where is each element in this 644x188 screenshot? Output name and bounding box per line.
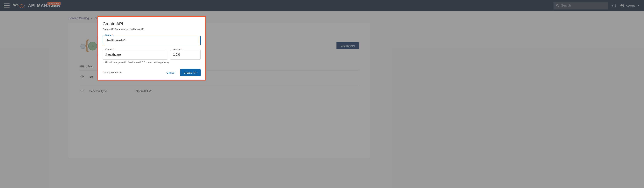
name-input[interactable] [103, 36, 201, 45]
context-label: Context* [104, 48, 115, 51]
mandatory-note: *Mandatory fields [103, 71, 122, 74]
create-api-modal: Create API Create API from service Healt… [98, 16, 206, 80]
version-field-wrapper: Version* [170, 50, 201, 59]
name-field-wrapper: Name* [103, 36, 201, 45]
modal-subtitle: Create API from service HealthcareAPI [103, 28, 201, 31]
context-helper: API will be exposed in /healthcare/1.0.0… [104, 61, 201, 64]
modal-title: Create API [103, 21, 201, 26]
modal-overlay[interactable] [0, 0, 644, 188]
version-input[interactable] [170, 50, 201, 59]
name-label: Name* [104, 34, 114, 37]
submit-button[interactable]: Create API [180, 69, 201, 76]
context-input[interactable] [103, 50, 167, 59]
context-field-wrapper: Context* [103, 50, 167, 59]
cancel-button[interactable]: Cancel [164, 70, 178, 76]
version-label: Version* [172, 48, 182, 51]
